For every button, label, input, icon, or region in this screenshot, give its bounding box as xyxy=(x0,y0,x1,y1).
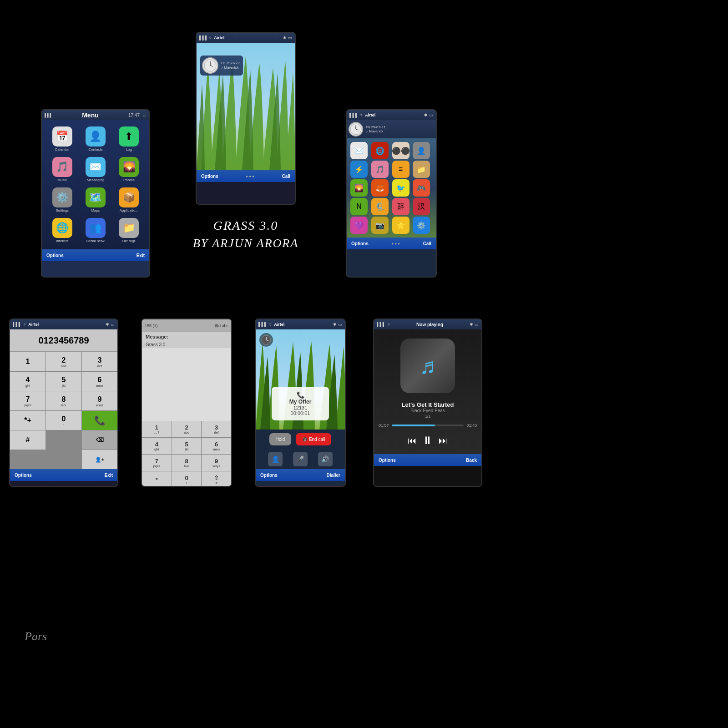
dialer-signal: ▌▌▌ xyxy=(13,322,21,327)
app-calendar[interactable]: 📅 Calendar xyxy=(46,125,78,153)
music-options-button[interactable]: Options xyxy=(379,458,396,463)
right-icon-n[interactable]: N xyxy=(350,198,368,215)
msg-key-shift[interactable]: ⇧# xyxy=(202,471,231,487)
endcall-button[interactable]: 📵 End call xyxy=(296,433,331,445)
msg-key-2[interactable]: 2abc xyxy=(172,421,202,437)
key-3[interactable]: 3def xyxy=(82,352,117,371)
right-icon-globe[interactable]: 🌐 xyxy=(371,142,389,159)
message-body[interactable] xyxy=(142,348,231,421)
right-icon-dots[interactable]: ⚫⚫ xyxy=(392,142,410,159)
menu-status-bar: ▌▌▌ Menu 17:47 ▭ xyxy=(42,110,149,120)
right-icon-equal[interactable]: ≡ xyxy=(392,161,410,178)
app-maps[interactable]: 🗺️ Maps xyxy=(80,186,111,214)
signal-icon: ▌▌▌ xyxy=(199,35,208,40)
call-bottom-bar[interactable]: Options Dialler xyxy=(256,469,345,481)
key-2[interactable]: 2abc xyxy=(46,352,81,371)
right-call-button[interactable]: Call xyxy=(423,241,431,246)
key-call[interactable]: 📞 xyxy=(82,411,117,430)
msg-key-3[interactable]: 3def xyxy=(202,421,231,437)
dialer-exit-button[interactable]: Exit xyxy=(105,473,113,478)
msg-key-4[interactable]: 4ghi xyxy=(142,438,172,454)
app-contacts[interactable]: 👤 Contacts xyxy=(80,125,111,153)
app-applications[interactable]: 📦 Applicatio... xyxy=(113,186,145,214)
right-icon-zip[interactable]: 🗜️ xyxy=(371,198,389,215)
app-log[interactable]: ⬆ Log xyxy=(113,125,145,153)
right-icon-mail[interactable]: ✉️ xyxy=(350,142,368,159)
app-social[interactable]: 👥 Social netw. xyxy=(80,216,111,245)
right-icon-contact[interactable]: 👤 xyxy=(413,142,430,159)
msg-key-8[interactable]: 8tuv xyxy=(172,455,202,471)
right-icon-music2[interactable]: 🎵 xyxy=(371,161,389,178)
msg-key-6[interactable]: 6mno xyxy=(202,438,231,454)
key-contacts[interactable]: 👤+ xyxy=(82,450,117,469)
contacts-btn[interactable]: 👤 xyxy=(268,452,283,466)
key-star[interactable]: *+ xyxy=(10,411,46,430)
msg-key-star[interactable]: * xyxy=(142,471,172,487)
menu-exit-button[interactable]: Exit xyxy=(136,253,145,258)
call-offer-label: My Offer xyxy=(276,399,324,405)
msg-key-1[interactable]: 1. , ? xyxy=(142,421,172,437)
key-1[interactable]: 1 xyxy=(10,352,46,371)
key-hash[interactable]: # xyxy=(10,430,46,450)
right-icon-blue-gear[interactable]: ⚙️ xyxy=(413,217,430,234)
key-backspace[interactable]: ⌫ xyxy=(82,430,117,450)
right-icon-yellow[interactable]: ⭐ xyxy=(392,217,410,234)
key-5[interactable]: 5jkl xyxy=(46,372,81,391)
dialer-bottom-bar[interactable]: Options Exit xyxy=(10,469,117,481)
right-icon-cam[interactable]: 📷 xyxy=(371,217,389,234)
options-button[interactable]: Options xyxy=(201,174,218,179)
right-bottom-bar[interactable]: Options ● ● ● Call xyxy=(347,238,436,249)
app-filemanager[interactable]: 📁 File mgr. xyxy=(113,216,145,245)
music-bg: ♬ Let's Get It Started Black Eyed Peas 1… xyxy=(374,329,481,454)
right-icon-folder[interactable]: 📁 xyxy=(413,161,430,178)
call-grass-area: 📞 My Offer 12131 00:00:01 xyxy=(256,329,345,430)
menu-options-button[interactable]: Options xyxy=(46,253,64,258)
icon-grid-inner: ✉️ 🌐 ⚫⚫ 👤 ⚡ 🎵 ≡ 📁 🌄 🦊 🐦 🎮 N 🗜️ 辞 汉 💜 📷 ⭐… xyxy=(349,140,434,236)
call-button[interactable]: Call xyxy=(282,174,290,179)
app-settings[interactable]: ⚙️ Settings xyxy=(46,186,78,214)
msg-key-9[interactable]: 9wxyz xyxy=(202,455,231,471)
dialer-options-button[interactable]: Options xyxy=(15,473,32,478)
prev-button[interactable]: ⏮ xyxy=(408,435,417,446)
play-button[interactable]: ⏸ xyxy=(422,434,433,447)
menu-bottom-bar[interactable]: Options Exit xyxy=(42,249,149,261)
music-bottom-bar[interactable]: Options Back xyxy=(374,454,481,466)
right-icon-fox[interactable]: 🦊 xyxy=(371,179,389,197)
msg-key-0[interactable]: 0+ xyxy=(172,471,202,487)
right-clock-info: Fri 29-07-11 ♪ Maverick xyxy=(366,125,386,133)
right-icon-magenta[interactable]: 💜 xyxy=(350,217,368,234)
app-internet[interactable]: 🌐 Internet xyxy=(46,216,78,245)
music-back-button[interactable]: Back xyxy=(466,458,477,463)
right-options-button[interactable]: Options xyxy=(351,241,369,246)
call-dialler-button[interactable]: Dialler xyxy=(326,473,340,478)
pars-label: Pars xyxy=(25,630,47,643)
right-icon-landscape[interactable]: 🌄 xyxy=(350,179,368,197)
key-9[interactable]: 9wxyz xyxy=(82,391,117,410)
app-calendar-label: Calendar xyxy=(55,147,69,152)
msg-key-7[interactable]: 7pqrs xyxy=(142,455,172,471)
next-button[interactable]: ⏭ xyxy=(439,435,448,446)
key-4[interactable]: 4ghi xyxy=(10,372,46,391)
mute-btn[interactable]: 🎤 xyxy=(293,452,308,466)
right-icon-bird[interactable]: 🐦 xyxy=(392,179,410,197)
center-bottom-bar[interactable]: Options ● ● ● Call xyxy=(197,170,295,182)
battery-icon: ▭ xyxy=(288,35,292,40)
call-signal: ▌▌▌ xyxy=(258,322,267,327)
app-music[interactable]: 🎵 Music xyxy=(46,155,78,184)
key-6[interactable]: 6mno xyxy=(82,372,117,391)
right-icon-app2[interactable]: 🎮 xyxy=(413,179,430,197)
right-icon-bluetooth[interactable]: ⚡ xyxy=(350,161,368,178)
key-0[interactable]: 0· xyxy=(46,411,81,430)
speaker-btn[interactable]: 🔊 xyxy=(318,452,333,466)
wifi-icon: ▿ xyxy=(209,35,212,40)
app-messaging[interactable]: ✉️ Messaging xyxy=(80,155,111,184)
key-8[interactable]: 8tuv xyxy=(46,391,81,410)
keypad: 1 2abc 3def 4ghi 5jkl 6mno 7pqrs 8tuv 9w… xyxy=(10,352,117,469)
app-photos[interactable]: 🌄 Photos xyxy=(113,155,145,184)
call-options-button[interactable]: Options xyxy=(260,473,278,478)
msg-key-5[interactable]: 5jkl xyxy=(172,438,202,454)
key-7[interactable]: 7pqrs xyxy=(10,391,46,410)
right-icon-chinese1[interactable]: 辞 xyxy=(392,198,410,215)
right-icon-chinese2[interactable]: 汉 xyxy=(413,198,430,215)
hold-button[interactable]: Hold xyxy=(269,433,292,445)
